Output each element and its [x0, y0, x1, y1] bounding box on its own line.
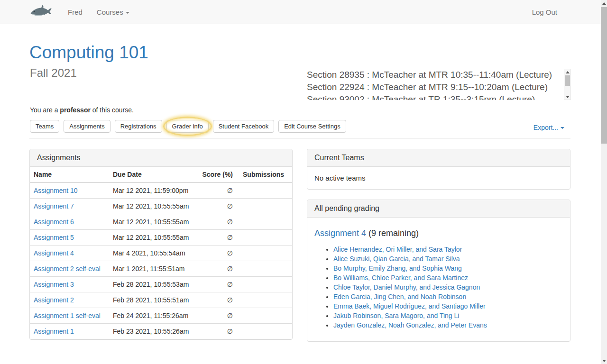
table-row: Assignment 2Feb 28 2021, 10:55:51am∅ [30, 292, 292, 308]
submissions-cell [237, 214, 292, 230]
submissions-cell [237, 246, 292, 261]
assignment-link-assignment-6[interactable]: Assignment 6 [34, 218, 74, 226]
grading-assignment-link[interactable]: Assignment 4 [314, 228, 366, 238]
assignment-name-cell: Assignment 3 [30, 277, 109, 292]
col-header-submissions: Submissions [237, 167, 292, 182]
assignment-link-assignment-5[interactable]: Assignment 5 [34, 234, 74, 241]
sections-scrollbar-thumb[interactable] [565, 75, 570, 86]
assignments-panel-title: Assignments [30, 149, 292, 167]
assignment-link-assignment-4[interactable]: Assignment 4 [34, 249, 74, 257]
dolphin-logo[interactable] [29, 4, 53, 20]
submissions-cell [237, 199, 292, 214]
page-scrollbar-thumb[interactable] [601, 7, 607, 144]
assignment-link-assignment-3[interactable]: Assignment 3 [34, 281, 74, 288]
role-line: You are a professor of this course. [30, 106, 134, 114]
due-date-cell: Feb 28 2021, 10:55:53am [109, 277, 198, 292]
assignment-link-assignment-1-self-eval[interactable]: Assignment 1 self-eval [34, 312, 101, 319]
logout-link[interactable]: Log Out [525, 1, 564, 23]
button-wrap: Teams [30, 120, 59, 133]
submissions-cell [237, 230, 292, 246]
button-wrap: Edit Course Settings [278, 120, 346, 133]
score-cell: ∅ [198, 308, 237, 324]
table-header-row: Name Due Date Score (%) Submissions [30, 167, 292, 182]
caret-down-icon [126, 12, 129, 14]
export-dropdown[interactable]: Export... [533, 124, 564, 131]
assignment-name-cell: Assignment 6 [30, 214, 109, 230]
course-toolbar: TeamsAssignmentsRegistrationsGrader info… [30, 120, 346, 133]
button-wrap: Assignments [64, 120, 110, 133]
dolphin-icon [29, 4, 53, 20]
grading-group-link[interactable]: Alice Suzuki, Qian Garcia, and Tamar Sil… [333, 255, 460, 263]
score-cell: ∅ [198, 324, 237, 339]
assignment-link-assignment-10[interactable]: Assignment 10 [34, 187, 78, 194]
sections-box[interactable]: Section 28935 : McTeacher at MTR 10:35--… [307, 69, 571, 100]
grading-group-item: Bo Murphy, Emily Zhang, and Sophia Wang [333, 264, 563, 273]
table-row: Assignment 7Mar 12 2021, 10:55:55am∅ [30, 199, 292, 214]
col-header-score: Score (%) [198, 167, 237, 182]
score-cell: ∅ [198, 277, 237, 292]
page-title: Computing 101 [29, 43, 148, 63]
assignment-name-cell: Assignment 7 [30, 199, 109, 214]
toolbar-button-assignments[interactable]: Assignments [64, 120, 110, 133]
grading-group-link[interactable]: Emma Baek, Miguel Rodriguez, and Santiag… [333, 302, 486, 310]
grading-group-item: Bo Williams, Chloe Parker, and Sara Mart… [333, 273, 563, 282]
top-navbar: Fred Courses Log Out [0, 0, 607, 24]
due-date-cell: Mar 12 2021, 11:59:00pm [109, 182, 198, 199]
assignment-name-cell: Assignment 5 [30, 230, 109, 246]
scroll-down-icon[interactable] [601, 357, 607, 364]
grading-group-item: Jakub Robinson, Sara Magoro, and Ting Li [333, 311, 563, 320]
assignment-name-cell: Assignment 1 [30, 324, 109, 339]
assignment-name-cell: Assignment 10 [30, 182, 109, 199]
score-cell: ∅ [198, 246, 237, 261]
assignment-link-assignment-1[interactable]: Assignment 1 [34, 328, 74, 335]
grading-group-link[interactable]: Bo Williams, Chloe Parker, and Sara Mart… [333, 274, 468, 282]
table-row: Assignment 4Mar 4 2021, 10:55:54am∅ [30, 246, 292, 261]
grading-group-item: Emma Baek, Miguel Rodriguez, and Santiag… [333, 301, 563, 311]
scroll-down-icon[interactable] [564, 94, 570, 100]
toolbar-button-student-facebook[interactable]: Student Facebook [213, 120, 275, 133]
submissions-cell [237, 182, 292, 199]
due-date-cell: Mar 12 2021, 10:55:55am [109, 230, 198, 246]
section-line: Section 22924 : McTeacher at MTR 9:15--1… [307, 81, 561, 93]
grading-group-link[interactable]: Bo Murphy, Emily Zhang, and Sophia Wang [333, 264, 462, 272]
assignments-table: Name Due Date Score (%) Submissions Assi… [30, 167, 292, 339]
assignment-name-cell: Assignment 1 self-eval [30, 308, 109, 324]
due-date-cell: Feb 23 2021, 10:55:26am [109, 324, 198, 339]
table-row: Assignment 1Feb 23 2021, 10:55:26am∅ [30, 324, 292, 339]
toolbar-button-edit-course-settings[interactable]: Edit Course Settings [278, 120, 346, 133]
grading-group-link[interactable]: Eden Garcia, Jing Chen, and Noah Robinso… [333, 293, 466, 300]
current-teams-title: Current Teams [307, 149, 570, 167]
page-scrollbar[interactable] [601, 0, 607, 364]
assignment-name-cell: Assignment 2 [30, 292, 109, 308]
assignment-name-cell: Assignment 2 self-eval [30, 261, 109, 277]
submissions-cell [237, 324, 292, 339]
grading-group-item: Jayden Gonzalez, Noah Gonzalez, and Pete… [333, 320, 563, 330]
section-line: Section 93002 : McTeacher at TR 1:35--3:… [307, 93, 561, 100]
no-active-teams-message: No active teams [307, 167, 570, 189]
grading-group-link[interactable]: Jakub Robinson, Sara Magoro, and Ting Li [333, 312, 459, 319]
assignment-link-assignment-2-self-eval[interactable]: Assignment 2 self-eval [34, 265, 101, 273]
scroll-up-icon[interactable] [601, 0, 607, 7]
pending-grading-panel: All pending grading Assignment 4 (9 rema… [307, 200, 570, 342]
sections-scrollbar[interactable] [564, 69, 571, 100]
section-line: Section 28935 : McTeacher at MTR 10:35--… [307, 69, 561, 81]
assignment-link-assignment-2[interactable]: Assignment 2 [34, 296, 74, 304]
score-cell: ∅ [198, 182, 237, 199]
toolbar-button-grader-info[interactable]: Grader info [166, 120, 209, 133]
toolbar-button-teams[interactable]: Teams [30, 120, 59, 133]
grading-group-item: Alice Hernandez, Ori Miller, and Sara Ta… [333, 245, 563, 254]
nav-courses-dropdown[interactable]: Courses [90, 1, 137, 23]
section-list: Section 28935 : McTeacher at MTR 10:35--… [307, 69, 571, 100]
grading-group-link[interactable]: Jayden Gonzalez, Noah Gonzalez, and Pete… [333, 321, 487, 329]
due-date-cell: Mar 4 2021, 10:55:54am [109, 246, 198, 261]
caret-down-icon [561, 127, 564, 129]
grading-group-link[interactable]: Alice Hernandez, Ori Miller, and Sara Ta… [333, 246, 462, 253]
toolbar-button-registrations[interactable]: Registrations [115, 120, 162, 133]
scroll-up-icon[interactable] [564, 69, 570, 75]
due-date-cell: Mar 12 2021, 10:55:55am [109, 214, 198, 230]
assignment-link-assignment-7[interactable]: Assignment 7 [34, 202, 74, 210]
col-header-name: Name [30, 167, 109, 182]
table-row: Assignment 1 self-evalFeb 24 2021, 11:55… [30, 308, 292, 324]
nav-user-link[interactable]: Fred [61, 1, 90, 23]
grading-group-link[interactable]: Chloe Taylor, Daniel Murphy, and Jessica… [333, 283, 480, 291]
